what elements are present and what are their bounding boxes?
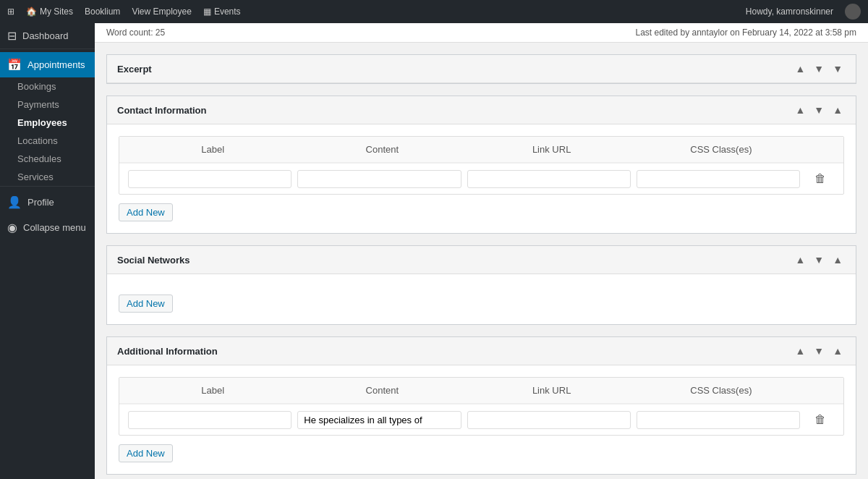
additional-info-delete-btn[interactable]: 🗑 [806,410,835,429]
contact-information-table: Label Content Link URL CSS Class(es) 🗑 [119,136,844,195]
additional-info-toggle-btn[interactable]: ▲ [830,344,846,357]
services-label: Services [17,171,54,182]
additional-information-body: Label Content Link URL CSS Class(es) 🗑 [107,365,856,474]
my-sites-icon: 🏠 [26,7,37,17]
contact-info-content-input[interactable] [297,170,461,188]
sidebar-sub-locations[interactable]: Locations [0,132,95,150]
social-networks-body: Add New [107,274,856,324]
contact-info-link-input[interactable] [467,170,631,188]
sidebar-sub-schedules[interactable]: Schedules [0,150,95,168]
my-sites-label: My Sites [40,7,73,17]
last-edited: Last edited by anntaylor on February 14,… [635,27,856,38]
schedules-label: Schedules [17,153,61,164]
word-count: Word count: 25 [106,27,165,38]
social-networks-header: Social Networks ▲ ▼ ▲ [107,246,856,274]
col-content-1: Content [297,144,467,155]
events-icon: ▦ [203,7,211,17]
additional-info-label-input[interactable] [128,411,292,429]
bookings-label: Bookings [17,81,56,92]
avatar [845,4,861,20]
appointments-icon: 📅 [7,58,22,72]
additional-information-table: Label Content Link URL CSS Class(es) 🗑 [119,377,844,436]
social-networks-add-new-label: Add New [127,298,165,309]
contact-info-row: 🗑 [119,163,843,194]
sidebar-sub-employees[interactable]: Employees [0,114,95,132]
howdy-text: Howdy, kamronskinner [746,7,833,17]
social-networks-add-new-btn[interactable]: Add New [119,294,173,313]
booklium-link[interactable]: Booklium [85,7,120,17]
payments-label: Payments [17,99,59,110]
excerpt-title: Excerpt [117,64,152,75]
profile-icon: 👤 [7,195,22,209]
collapse-icon: ◉ [7,221,17,234]
locations-label: Locations [17,135,58,146]
events-label: Events [214,7,241,17]
appointments-label: Appointments [27,59,85,70]
social-networks-section: Social Networks ▲ ▼ ▲ Add New [106,245,856,325]
excerpt-section: Excerpt ▲ ▼ ▼ [106,54,856,84]
sidebar-item-dashboard[interactable]: ⊟ Dashboard [0,23,95,48]
col-link-url-2: Link URL [467,385,637,396]
contact-information-title: Contact Information [117,105,207,116]
profile-label: Profile [27,197,54,208]
col-css-classes-2: CSS Class(es) [637,385,806,396]
dashboard-icon: ⊟ [7,29,17,43]
additional-info-up-btn[interactable]: ▲ [792,344,808,357]
collapse-label: Collapse menu [23,222,86,233]
additional-info-add-new-btn[interactable]: Add New [119,444,173,462]
contact-information-body: Label Content Link URL CSS Class(es) 🗑 [107,124,856,233]
sidebar: ⊟ Dashboard 📅 Appointments Bookings Paym… [0,23,95,479]
sidebar-item-collapse-menu[interactable]: ◉ Collapse menu [0,215,95,240]
contact-info-up-btn[interactable]: ▲ [792,103,808,116]
excerpt-up-btn[interactable]: ▲ [792,62,808,75]
contact-info-css-input[interactable] [637,170,800,188]
col-label-1: Label [128,144,297,155]
contact-information-controls: ▲ ▼ ▲ [792,103,846,116]
contact-info-down-btn[interactable]: ▼ [811,103,827,116]
additional-info-content-input[interactable] [297,411,461,429]
additional-info-table-header: Label Content Link URL CSS Class(es) [119,378,843,404]
contact-info-delete-btn[interactable]: 🗑 [806,169,835,188]
social-networks-down-btn[interactable]: ▼ [811,253,827,266]
additional-info-down-btn[interactable]: ▼ [811,344,827,357]
contact-info-add-new-label: Add New [127,207,165,218]
sidebar-sub-bookings[interactable]: Bookings [0,77,95,96]
col-label-2: Label [128,385,297,396]
social-networks-controls: ▲ ▼ ▲ [792,253,846,266]
wp-icon: ⊞ [7,7,14,17]
sidebar-sub-services[interactable]: Services [0,168,95,186]
col-content-2: Content [297,385,467,396]
additional-info-link-input[interactable] [467,411,631,429]
social-networks-title: Social Networks [117,255,190,266]
additional-information-title: Additional Information [117,346,218,357]
booklium-label: Booklium [85,7,120,17]
admin-bar: ⊞ 🏠 My Sites Booklium View Employee ▦ Ev… [0,0,868,23]
my-sites-link[interactable]: 🏠 My Sites [26,7,73,17]
sidebar-sub-payments[interactable]: Payments [0,96,95,114]
social-networks-up-btn[interactable]: ▲ [792,253,808,266]
contact-info-table-header: Label Content Link URL CSS Class(es) [119,137,843,163]
social-networks-toggle-btn[interactable]: ▲ [830,253,846,266]
sidebar-item-profile[interactable]: 👤 Profile [0,190,95,215]
main-content: Word count: 25 Last edited by anntaylor … [95,23,868,479]
sidebar-item-appointments[interactable]: 📅 Appointments [0,52,95,77]
additional-info-row: 🗑 [119,404,843,435]
col-css-classes-1: CSS Class(es) [637,144,806,155]
view-employee-label: View Employee [132,7,192,17]
dashboard-label: Dashboard [22,30,69,41]
additional-info-css-input[interactable] [637,411,800,429]
events-link[interactable]: ▦ Events [203,7,241,17]
view-employee-link[interactable]: View Employee [132,7,192,17]
contact-information-header: Contact Information ▲ ▼ ▲ [107,96,856,124]
employees-label: Employees [17,117,67,128]
contact-information-section: Contact Information ▲ ▼ ▲ Label Content … [106,96,856,234]
additional-information-section: Additional Information ▲ ▼ ▲ Label Conte… [106,336,856,475]
additional-info-add-new-label: Add New [127,448,165,459]
excerpt-down-btn[interactable]: ▼ [811,62,827,75]
excerpt-toggle-btn[interactable]: ▼ [830,62,846,75]
contact-info-add-new-btn[interactable]: Add New [119,203,173,221]
contact-info-label-input[interactable] [128,170,292,188]
content-area: Excerpt ▲ ▼ ▼ Contact Information ▲ ▼ ▲ [95,43,868,479]
col-link-url-1: Link URL [467,144,637,155]
contact-info-toggle-btn[interactable]: ▲ [830,103,846,116]
